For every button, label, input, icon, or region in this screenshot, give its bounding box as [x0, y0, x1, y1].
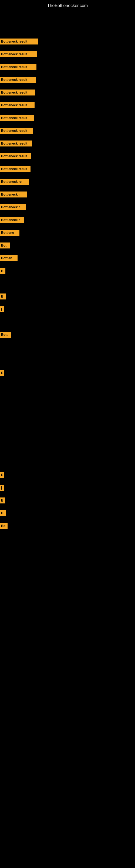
bottleneck-bar: Bottlene [0, 230, 19, 236]
bottleneck-bar: Bottleneck r [0, 204, 26, 210]
bottleneck-bar: Bottleneck result [0, 77, 36, 83]
bottleneck-bar: | [0, 306, 4, 312]
bottleneck-bar: Bot [0, 243, 10, 248]
bottleneck-bar: Bott [0, 332, 11, 338]
bottleneck-bar: Bottleneck result [0, 64, 37, 70]
bottleneck-bar: Bottleneck result [0, 115, 34, 121]
bottleneck-bar: B [0, 268, 5, 274]
bottleneck-bar: Bo [0, 523, 8, 529]
bottleneck-bar: Bottleneck result [0, 141, 32, 147]
bottleneck-bar: Bottleneck result [0, 102, 35, 108]
bottleneck-bar: B [0, 293, 6, 300]
bottleneck-bar: Bottleneck result [0, 51, 37, 57]
bottleneck-bar: E [0, 370, 4, 376]
bottleneck-bar: Bottleneck re [0, 179, 29, 185]
bottleneck-bar: Bottlen [0, 255, 17, 261]
bottleneck-bar: B [0, 510, 6, 516]
bottleneck-bar: E [0, 497, 5, 503]
bottleneck-bar: Bottleneck result [0, 153, 31, 159]
site-title: TheBottlenecker.com [0, 1, 135, 10]
bottleneck-bar: Bottleneck r [0, 217, 24, 223]
bottleneck-bar: Bottleneck result [0, 38, 38, 44]
bottleneck-bar: | [0, 485, 4, 491]
bottleneck-bar: Bottleneck result [0, 90, 35, 95]
bottleneck-bar: Bottleneck result [0, 166, 31, 172]
bottleneck-bar: E [0, 472, 4, 478]
bottleneck-bar: Bottleneck r [0, 191, 27, 197]
bottleneck-bar: Bottleneck result [0, 128, 33, 134]
